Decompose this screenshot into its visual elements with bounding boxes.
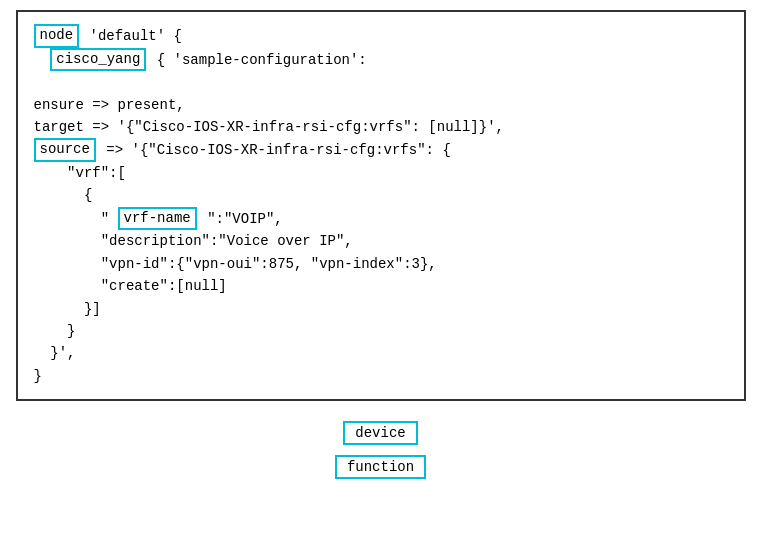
code-line-15: } xyxy=(34,365,728,387)
device-box-container: device xyxy=(343,421,417,445)
code-line-3: ensure => present, xyxy=(34,94,728,116)
device-box[interactable]: device xyxy=(343,421,417,445)
code-line-2: cisco_yang { 'sample-configuration': xyxy=(34,48,728,72)
code-line-5: source => '{"Cisco-IOS-XR-infra-rsi-cfg:… xyxy=(34,138,728,162)
code-line-blank xyxy=(34,71,728,93)
below-section: device function xyxy=(16,421,746,479)
code-line-6: "vrf":[ xyxy=(34,162,728,184)
function-box[interactable]: function xyxy=(335,455,426,479)
code-line-11: "create":[null] xyxy=(34,275,728,297)
code-line-13: } xyxy=(34,320,728,342)
code-line-1: node 'default' { xyxy=(34,24,728,48)
function-box-container: function xyxy=(335,455,426,479)
node-box: node xyxy=(34,24,80,48)
code-line-7: { xyxy=(34,184,728,206)
code-line-9: "description":"Voice over IP", xyxy=(34,230,728,252)
code-line-14: }', xyxy=(34,342,728,364)
code-line-4: target => '{"Cisco-IOS-XR-infra-rsi-cfg:… xyxy=(34,116,728,138)
cisco-yang-box: cisco_yang xyxy=(50,48,146,72)
code-line-10: "vpn-id":{"vpn-oui":875, "vpn-index":3}, xyxy=(34,253,728,275)
source-box: source xyxy=(34,138,96,162)
code-line-12: }] xyxy=(34,298,728,320)
code-block: node 'default' { cisco_yang { 'sample-co… xyxy=(16,10,746,401)
code-line-8: " vrf-name ":"VOIP", xyxy=(34,207,728,231)
vrf-name-box: vrf-name xyxy=(118,207,197,231)
